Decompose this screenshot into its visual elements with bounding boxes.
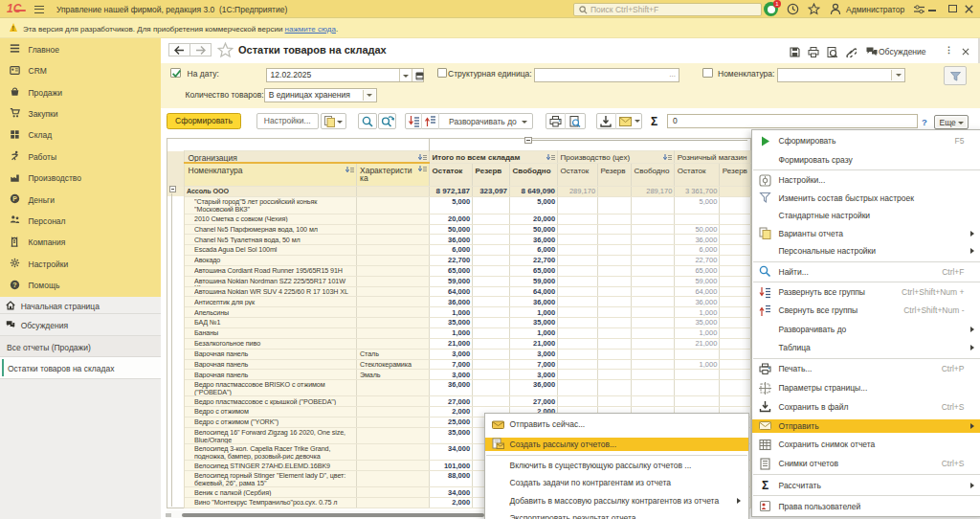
svg-text:Σ: Σ: [761, 479, 768, 491]
svg-text:P: P: [12, 195, 17, 202]
svg-text:?: ?: [12, 281, 16, 289]
